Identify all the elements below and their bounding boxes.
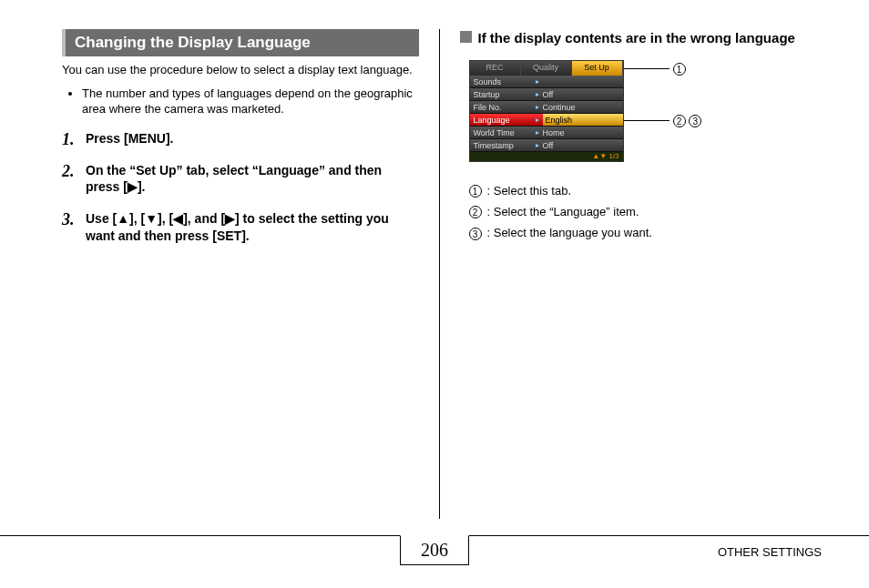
row-value: Continue [543, 101, 623, 113]
left-column: Changing the Display Language You can us… [62, 29, 440, 519]
screen-page-indicator: ▲▼ 1/3 [470, 152, 623, 161]
row-arrow-icon: ▸ [532, 88, 543, 100]
legend-text: : Select the “Language” item. [487, 201, 639, 222]
right-column: If the display contents are in the wrong… [440, 29, 833, 519]
callout-legend: 1 : Select this tab. 2 : Select the “Lan… [469, 180, 817, 244]
screen-tabs: REC Quality Set Up [470, 61, 623, 76]
callout-line [624, 120, 670, 121]
row-label: Timestamp [470, 139, 532, 151]
step-item: On the “Set Up” tab, select “Language” a… [62, 162, 419, 197]
step-item: Use [▲], [▼], [◀], and [▶] to select the… [62, 210, 419, 245]
row-label: Language [470, 114, 532, 126]
intro-text: You can use the procedure below to selec… [62, 62, 419, 78]
callout-line [624, 68, 670, 69]
screen-tab: REC [470, 61, 521, 76]
screen-row: Timestamp ▸ Off [470, 139, 623, 152]
step-item: Press [MENU]. [62, 130, 419, 147]
row-label: File No. [470, 101, 532, 113]
row-value: Home [543, 127, 623, 138]
step-list: Press [MENU]. On the “Set Up” tab, selec… [62, 130, 419, 245]
legend-row: 2 : Select the “Language” item. [469, 201, 817, 222]
section-heading: Changing the Display Language [62, 29, 419, 56]
row-value: English [543, 114, 623, 126]
row-arrow-icon: ▸ [532, 101, 543, 113]
row-arrow-icon: ▸ [532, 76, 543, 87]
legend-row: 3 : Select the language you want. [469, 222, 817, 243]
screen-row: File No. ▸ Continue [470, 101, 623, 114]
note-list: The number and types of languages depend… [62, 86, 419, 117]
note-item: The number and types of languages depend… [82, 86, 419, 117]
sub-heading: If the display contents are in the wrong… [460, 29, 817, 47]
screen-row: Startup ▸ Off [470, 88, 623, 101]
camera-screenshot: REC Quality Set Up Sounds ▸ Startup ▸ Of… [469, 60, 761, 162]
legend-text: : Select the language you want. [487, 222, 652, 243]
row-label: Startup [470, 88, 532, 100]
row-arrow-icon: ▸ [532, 139, 543, 151]
page-body: Changing the Display Language You can us… [0, 0, 869, 519]
row-value [543, 76, 623, 87]
legend-row: 1 : Select this tab. [469, 180, 817, 201]
legend-number-icon: 1 [469, 185, 482, 198]
row-arrow-icon: ▸ [532, 127, 543, 138]
row-label: Sounds [470, 76, 532, 87]
screen-row: Sounds ▸ [470, 76, 623, 88]
page-number: 206 [400, 535, 469, 565]
page-footer: 206 OTHER SETTINGS [0, 535, 869, 575]
callout-number: 1 [673, 61, 686, 76]
row-arrow-icon: ▸ [532, 114, 543, 126]
screen-row-highlighted: Language ▸ English [470, 114, 623, 127]
screen-row: World Time ▸ Home [470, 127, 623, 139]
legend-number-icon: 2 [469, 206, 482, 218]
screen-tab: Quality [521, 61, 572, 76]
callout-number: 2 3 [673, 113, 702, 127]
camera-screen: REC Quality Set Up Sounds ▸ Startup ▸ Of… [469, 60, 624, 162]
screen-tab-active: Set Up [572, 61, 623, 76]
row-value: Off [543, 88, 623, 100]
row-label: World Time [470, 127, 532, 138]
row-value: Off [543, 139, 623, 151]
footer-section-label: OTHER SETTINGS [718, 545, 822, 559]
legend-text: : Select this tab. [487, 180, 572, 201]
legend-number-icon: 3 [469, 228, 482, 240]
